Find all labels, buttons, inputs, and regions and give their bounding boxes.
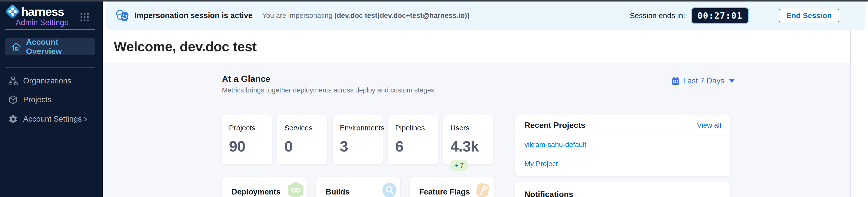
module-card-deployments[interactable]: Deployments bbox=[222, 178, 307, 197]
stat-card-projects[interactable]: Projects 90 bbox=[222, 115, 272, 164]
impersonation-banner-left: Impersonation session is active You are … bbox=[115, 1, 469, 30]
impersonation-banner: Impersonation session is active You are … bbox=[106, 1, 865, 30]
date-range-dropdown[interactable]: Last 7 Days bbox=[671, 76, 735, 85]
stat-value: 4.3k bbox=[451, 138, 493, 155]
stat-card-users[interactable]: Users 4.3k + 7 bbox=[443, 115, 493, 164]
module-label: Deployments bbox=[231, 188, 281, 197]
main-content: At a Glance Metrics brings together depl… bbox=[103, 63, 850, 197]
impersonation-subtitle-prefix: You are impersonating bbox=[262, 11, 333, 19]
stat-card-pipelines[interactable]: Pipelines 6 bbox=[388, 115, 438, 164]
sidebar-item-label: Organizations bbox=[23, 76, 71, 85]
chevron-down-icon bbox=[729, 79, 735, 83]
module-card-builds[interactable]: Builds bbox=[316, 178, 400, 197]
at-a-glance-subtitle: Metrics brings together deployments acro… bbox=[222, 86, 434, 94]
users-delta-badge: + 7 bbox=[451, 160, 468, 171]
stat-value: 0 bbox=[284, 138, 327, 155]
project-name: vikram-sahu-default bbox=[524, 141, 586, 149]
home-icon bbox=[11, 41, 22, 52]
builds-magnifier-icon bbox=[381, 182, 398, 197]
organizations-icon bbox=[8, 76, 18, 86]
module-card-feature-flags[interactable]: Feature Flags bbox=[409, 178, 494, 197]
recent-projects-title: Recent Projects bbox=[524, 121, 585, 130]
view-all-link[interactable]: View all bbox=[697, 121, 721, 129]
date-range-label: Last 7 Days bbox=[683, 76, 724, 85]
at-a-glance-title: At a Glance bbox=[222, 74, 271, 84]
gear-icon bbox=[8, 114, 18, 124]
project-name: My Project bbox=[524, 160, 558, 168]
welcome-band: Welcome, dev.doc test bbox=[103, 30, 850, 63]
calendar-icon bbox=[671, 76, 680, 85]
session-timer: 00:27:01 bbox=[691, 7, 749, 24]
recent-project-link[interactable]: My Project bbox=[515, 154, 730, 173]
sidebar-accent-underline bbox=[5, 29, 95, 30]
scrollbar-gutter[interactable] bbox=[850, 30, 868, 197]
harness-logo-icon bbox=[5, 4, 20, 19]
stat-value: 90 bbox=[229, 138, 272, 155]
notifications-panel: Notifications bbox=[515, 182, 730, 197]
impersonation-title: Impersonation session is active bbox=[134, 11, 253, 20]
stat-label: Environments bbox=[340, 124, 383, 132]
stat-label: Users bbox=[451, 124, 493, 132]
feature-flags-flag-icon bbox=[474, 182, 491, 197]
cube-icon bbox=[8, 95, 18, 105]
stat-value: 6 bbox=[395, 138, 438, 155]
sidebar-divider bbox=[5, 67, 95, 68]
stat-label: Pipelines bbox=[395, 124, 438, 132]
module-label: Feature Flags bbox=[419, 188, 470, 197]
end-session-button[interactable]: End Session bbox=[779, 9, 839, 23]
stat-card-services[interactable]: Services 0 bbox=[277, 115, 327, 164]
sidebar-item-label: Projects bbox=[23, 95, 51, 104]
recent-project-link[interactable]: vikram-sahu-default bbox=[515, 135, 730, 154]
sidebar-item-label: Account Settings bbox=[23, 115, 82, 124]
sidebar-item-account-overview[interactable]: Account Overview bbox=[5, 38, 95, 55]
theater-masks-icon bbox=[115, 8, 130, 23]
stat-label: Services bbox=[284, 124, 327, 132]
harness-logo[interactable]: harness bbox=[5, 4, 64, 19]
stat-label: Projects bbox=[229, 124, 272, 132]
module-grid-icon[interactable] bbox=[80, 12, 90, 22]
sidebar-item-account-settings[interactable]: Account Settings bbox=[5, 110, 95, 128]
sidebar-item-organizations[interactable]: Organizations bbox=[5, 72, 95, 90]
harness-dashboard-screen: harness Admin Settings Account Overview bbox=[0, 0, 868, 197]
module-label: Builds bbox=[326, 188, 350, 197]
impersonation-target-user: [dev.doc test(dev.doc+test@harness.io)] bbox=[335, 11, 469, 19]
notifications-title: Notifications bbox=[524, 190, 573, 197]
harness-wordmark: harness bbox=[21, 5, 64, 18]
impersonation-banner-right: Session ends in: 00:27:01 End Session bbox=[630, 1, 839, 30]
stat-value: 3 bbox=[340, 138, 383, 155]
impersonation-subtitle: You are impersonating [dev.doc test(dev.… bbox=[262, 11, 469, 19]
page-title: Welcome, dev.doc test bbox=[114, 39, 257, 54]
admin-settings-label: Admin Settings bbox=[16, 18, 68, 27]
chevron-right-icon bbox=[82, 116, 89, 122]
stat-card-environments[interactable]: Environments 3 bbox=[333, 115, 383, 164]
deployments-infinity-icon bbox=[287, 182, 304, 197]
recent-projects-panel: Recent Projects View all vikram-sahu-def… bbox=[515, 115, 730, 176]
session-ends-label: Session ends in: bbox=[630, 11, 685, 20]
sidebar: harness Admin Settings Account Overview bbox=[0, 1, 103, 197]
recent-projects-header: Recent Projects View all bbox=[515, 115, 730, 135]
sidebar-item-label: Account Overview bbox=[26, 37, 95, 56]
sidebar-item-projects[interactable]: Projects bbox=[5, 91, 95, 109]
